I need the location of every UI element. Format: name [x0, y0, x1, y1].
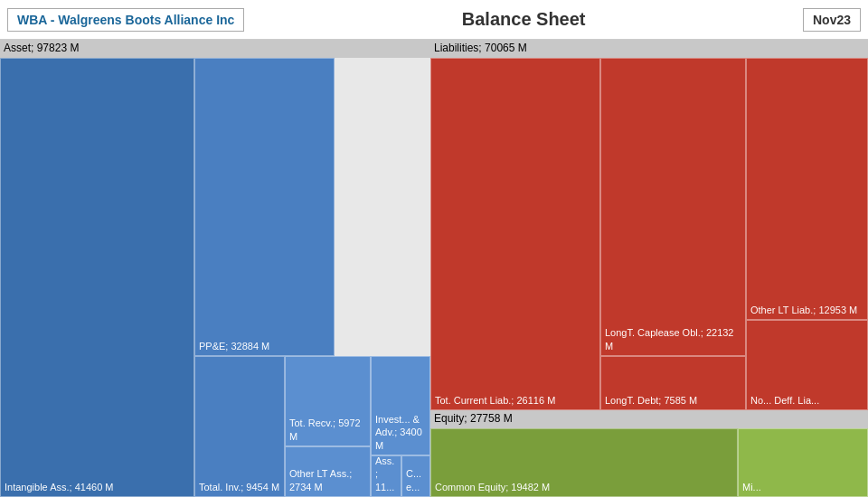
tot-current-liab-block: Tot. Current Liab.; 26116 M	[430, 58, 600, 410]
no-deff-lia-label: No... Deff. Lia...	[750, 394, 819, 407]
other-lt-ass-label: Other LT Ass.; 2734 M	[289, 467, 366, 493]
common-equity-block: Common Equity; 19482 M	[430, 428, 738, 497]
c-e-label: C... e...	[406, 467, 426, 493]
longt-caplease-block: LongT. Caplease Obl.; 22132 M	[600, 58, 746, 356]
minority-block: Mi...	[738, 428, 868, 497]
minority-label: Mi...	[742, 481, 761, 493]
intangible-label: Intangible Ass.; 41460 M	[5, 481, 113, 493]
other-lt-liab-block: Other LT Liab.; 12953 M	[746, 58, 868, 320]
total-inv-label: Total. Inv.; 9454 M	[199, 481, 279, 493]
cu-ass-label: Cu... Ass.; 11...	[375, 455, 397, 493]
invest-adv-block: Invest... & Adv.; 3400 M	[371, 356, 430, 455]
other-lt-ass-block: Other LT Ass.; 2734 M	[285, 446, 371, 497]
ppe-block: PP&E; 32884 M	[194, 58, 335, 356]
longt-caplease-label: LongT. Caplease Obl.; 22132 M	[605, 326, 741, 352]
invest-adv-label: Invest... & Adv.; 3400 M	[375, 413, 426, 452]
total-inv-block: Total. Inv.; 9454 M	[194, 356, 285, 497]
longt-debt-block: LongT. Debt; 7585 M	[600, 356, 746, 410]
company-title: WBA - Walgreens Boots Alliance Inc	[7, 8, 244, 32]
asset-label: Asset; 97823 M	[0, 40, 430, 58]
other-lt-liab-label: Other LT Liab.; 12953 M	[750, 304, 857, 316]
intangible-block: Intangible Ass.; 41460 M	[0, 58, 194, 497]
header: WBA - Walgreens Boots Alliance Inc Balan…	[0, 0, 868, 40]
page-title: Balance Sheet	[244, 9, 803, 30]
tot-current-liab-label: Tot. Current Liab.; 26116 M	[435, 394, 555, 407]
tot-recv-block: Tot. Recv.; 5972 M	[285, 356, 371, 446]
date-label: Nov23	[803, 8, 861, 32]
common-equity-label: Common Equity; 19482 M	[435, 481, 550, 493]
longt-debt-label: LongT. Debt; 7585 M	[605, 394, 697, 407]
liabilities-label: Liabilities; 70065 M	[430, 40, 868, 58]
c-e-block: C... e...	[401, 455, 430, 497]
chart-area: Asset; 97823 M Liabilities; 70065 M Equi…	[0, 40, 868, 497]
tot-recv-label: Tot. Recv.; 5972 M	[289, 417, 366, 443]
ppe-label: PP&E; 32884 M	[199, 340, 269, 352]
equity-label: Equity; 27758 M	[430, 410, 868, 428]
no-deff-lia-block: No... Deff. Lia...	[746, 320, 868, 410]
cu-ass-block: Cu... Ass.; 11...	[371, 455, 401, 497]
